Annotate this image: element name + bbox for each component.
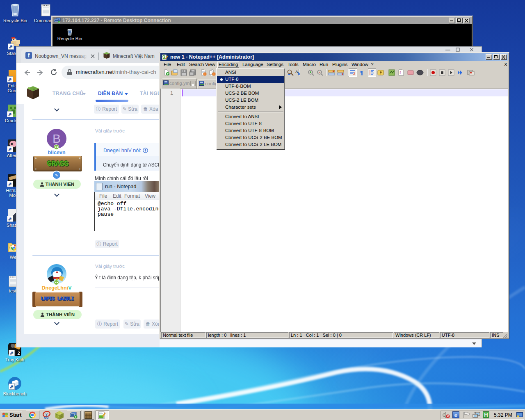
- svg-text:b: b: [298, 72, 300, 76]
- svg-text:¶: ¶: [360, 70, 363, 76]
